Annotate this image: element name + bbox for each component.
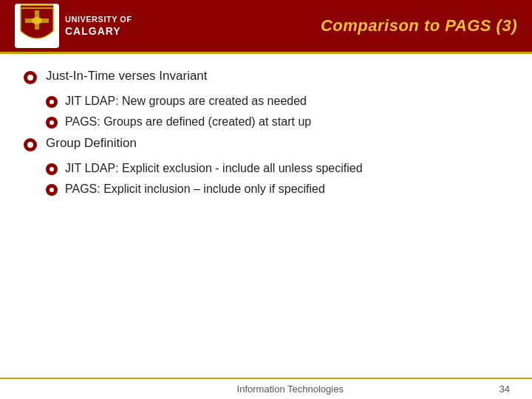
header: UNIVERSITY OF CALGARY Comparison to PAGS… [0,0,532,52]
red-sub-bullet-icon-4 [46,184,58,196]
sub-bullet-item-2-1: JIT LDAP: Explicit exclusion - include a… [46,162,510,175]
svg-rect-5 [21,7,53,9]
slide-title: Comparison to PAGS (3) [321,16,517,35]
footer: Information Technologies 34 [0,378,532,399]
footer-page-number: 34 [499,383,510,395]
svg-point-2 [32,17,42,24]
sub-bullet-1-1-label: JIT LDAP: New groups are created as need… [65,95,307,108]
red-sub-bullet-icon-3 [46,163,58,175]
bullet-icon-2 [22,137,38,153]
sub-bullet-1-2-label: PAGS: Groups are defined (created) at st… [65,115,311,129]
logo-text: UNIVERSITY OF CALGARY [65,14,132,38]
sub-bullet-item-1-1: JIT LDAP: New groups are created as need… [46,95,510,108]
bullet-1-label: Just-In-Time verses Invariant [46,69,208,83]
bullet-item-1: Just-In-Time verses Invariant [22,69,510,86]
red-sub-bullet-icon-2 [46,117,58,129]
slide-content: Just-In-Time verses Invariant JIT LDAP: … [0,54,532,399]
footer-center-text: Information Technologies [237,383,344,395]
bullet-2-label: Group Definition [46,136,137,151]
svg-rect-4 [21,4,53,6]
bullet-item-2: Group Definition [22,136,510,153]
red-bullet-icon [24,71,37,84]
sub-bullet-2-1-label: JIT LDAP: Explicit exclusion - include a… [65,162,363,175]
bullet-icon-1 [22,69,38,86]
sub-bullet-item-1-2: PAGS: Groups are defined (created) at st… [46,115,510,129]
red-bullet-icon-2 [24,138,37,151]
red-sub-bullet-icon [46,96,58,108]
logo-area: UNIVERSITY OF CALGARY [15,4,132,48]
sub-bullet-2-2-label: PAGS: Explicit inclusion – include only … [65,183,325,196]
slide-container: UNIVERSITY OF CALGARY Comparison to PAGS… [0,0,532,399]
university-logo [15,4,59,48]
sub-bullet-item-2-2: PAGS: Explicit inclusion – include only … [46,183,510,196]
